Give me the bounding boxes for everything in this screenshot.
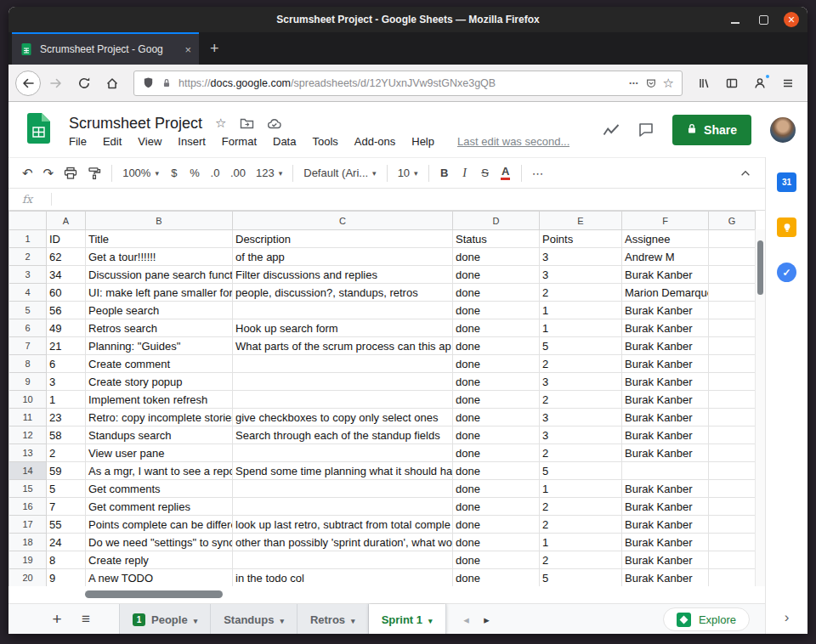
cell-G11[interactable] <box>709 409 756 427</box>
undo-icon[interactable] <box>17 162 38 184</box>
cloud-status-icon[interactable] <box>267 117 282 130</box>
cell-D7[interactable]: done <box>453 337 540 355</box>
row-header-15[interactable]: 15 <box>9 480 47 498</box>
row-header-6[interactable]: 6 <box>9 319 47 337</box>
cell-G2[interactable] <box>709 248 756 266</box>
cell-F11[interactable]: Burak Kanber <box>622 409 709 427</box>
pocket-icon[interactable] <box>645 77 657 89</box>
cell-F3[interactable]: Burak Kanber <box>622 266 709 284</box>
strikethrough-button[interactable]: S <box>475 162 496 184</box>
sheet-tab-retros[interactable]: Retros <box>298 604 369 634</box>
cell-A15[interactable]: 5 <box>47 480 86 498</box>
cell-B18[interactable]: Do we need "settings" to sync <box>86 534 233 551</box>
cell-D15[interactable]: done <box>453 480 540 498</box>
cell-C12[interactable]: Search through each of the standup field… <box>233 427 453 444</box>
cell-C3[interactable]: Filter discussions and replies <box>233 266 453 284</box>
cell-A8[interactable]: 6 <box>47 355 86 373</box>
row-header-16[interactable]: 16 <box>9 498 47 516</box>
padlock-icon[interactable] <box>161 77 173 89</box>
cell-A20[interactable]: 9 <box>47 569 86 587</box>
cell-C1[interactable]: Description <box>233 230 453 248</box>
row-header-5[interactable]: 5 <box>9 302 47 319</box>
cell-A17[interactable]: 55 <box>47 516 86 534</box>
sheets-logo-icon[interactable] <box>27 113 50 147</box>
last-edit-link[interactable]: Last edit was second... <box>457 135 570 148</box>
cell-E18[interactable]: 1 <box>540 534 622 551</box>
menu-view[interactable]: View <box>138 135 162 148</box>
reload-icon[interactable] <box>71 71 97 96</box>
menu-file[interactable]: File <box>69 135 87 148</box>
sheet-tab-menu-arrow[interactable] <box>280 613 284 626</box>
cell-B1[interactable]: Title <box>86 230 233 248</box>
cell-C19[interactable] <box>233 551 453 569</box>
cell-F9[interactable]: Burak Kanber <box>622 373 709 391</box>
cell-B5[interactable]: People search <box>86 302 233 319</box>
cell-D18[interactable]: done <box>453 534 540 551</box>
cell-A19[interactable]: 8 <box>47 551 86 569</box>
maximize-button[interactable] <box>756 12 771 27</box>
vertical-scrollbar[interactable] <box>755 229 765 586</box>
cell-C16[interactable] <box>233 498 453 516</box>
url-text[interactable]: https://docs.google.com/spreadsheets/d/1… <box>178 77 623 89</box>
cell-F12[interactable]: Burak Kanber <box>622 427 709 444</box>
sheet-tab-menu-arrow[interactable] <box>194 613 198 626</box>
cell-D16[interactable]: done <box>453 498 540 516</box>
library-icon[interactable] <box>691 71 717 96</box>
currency-format-button[interactable]: $ <box>164 162 184 184</box>
close-button[interactable] <box>784 12 799 27</box>
cell-E20[interactable]: 5 <box>540 569 622 587</box>
cell-D9[interactable]: done <box>453 373 540 391</box>
bookmark-star-icon[interactable] <box>663 76 674 91</box>
italic-button[interactable]: I <box>455 162 475 184</box>
account-icon[interactable] <box>747 71 773 96</box>
column-header-A[interactable]: A <box>47 212 86 230</box>
cell-F16[interactable]: Burak Kanber <box>622 498 709 516</box>
cell-A4[interactable]: 60 <box>47 284 86 302</box>
cell-F2[interactable]: Andrew M <box>622 248 709 266</box>
cell-C20[interactable]: in the todo col <box>233 569 453 587</box>
cell-B4[interactable]: UI: make left pane smaller for <box>86 284 233 302</box>
cell-C2[interactable]: of the app <box>233 248 453 266</box>
cell-C14[interactable]: Spend some time planning what it should … <box>233 462 453 480</box>
cell-D14[interactable]: done <box>453 462 540 480</box>
cell-B16[interactable]: Get comment replies <box>86 498 233 516</box>
cell-F10[interactable]: Burak Kanber <box>622 391 709 409</box>
column-header-E[interactable]: E <box>540 212 622 230</box>
explore-button[interactable]: Explore <box>663 607 750 631</box>
cell-B9[interactable]: Create story popup <box>86 373 233 391</box>
more-formats-button[interactable]: 123 <box>251 162 287 184</box>
cell-E5[interactable]: 1 <box>540 302 622 319</box>
row-header-10[interactable]: 10 <box>9 391 47 409</box>
cell-D19[interactable]: done <box>453 551 540 569</box>
row-header-9[interactable]: 9 <box>9 373 47 391</box>
cell-B3[interactable]: Discussion pane search funct <box>86 266 233 284</box>
column-header-F[interactable]: F <box>622 212 709 230</box>
cell-G6[interactable] <box>709 319 756 337</box>
cell-C13[interactable] <box>233 444 453 462</box>
formula-input[interactable] <box>60 189 765 210</box>
cell-B11[interactable]: Retro: copy incomplete stories <box>86 409 233 427</box>
column-header-D[interactable]: D <box>453 212 540 230</box>
collapse-toolbar-icon[interactable] <box>734 162 756 184</box>
row-header-13[interactable]: 13 <box>9 444 47 462</box>
cell-B2[interactable]: Get a tour!!!!!! <box>86 248 233 266</box>
cell-G5[interactable] <box>709 302 756 319</box>
cell-C7[interactable]: What parts of the scrum process can this… <box>233 337 453 355</box>
cell-D10[interactable]: done <box>453 391 540 409</box>
keep-icon[interactable] <box>777 217 796 237</box>
cell-E4[interactable]: 2 <box>540 284 622 302</box>
cell-F1[interactable]: Assignee <box>622 230 709 248</box>
cell-G7[interactable] <box>709 337 756 355</box>
cell-F7[interactable]: Burak Kanber <box>622 337 709 355</box>
cell-E7[interactable]: 5 <box>540 337 622 355</box>
cell-A1[interactable]: ID <box>47 230 86 248</box>
cell-G15[interactable] <box>709 480 756 498</box>
cell-A5[interactable]: 56 <box>47 302 86 319</box>
avatar[interactable] <box>770 117 796 143</box>
cell-F17[interactable]: Burak Kanber <box>622 516 709 534</box>
cell-A2[interactable]: 62 <box>47 248 86 266</box>
cell-G8[interactable] <box>709 355 756 373</box>
back-button[interactable] <box>15 71 41 96</box>
row-header-14[interactable]: 14 <box>9 462 47 480</box>
cell-B20[interactable]: A new TODO <box>86 569 233 587</box>
